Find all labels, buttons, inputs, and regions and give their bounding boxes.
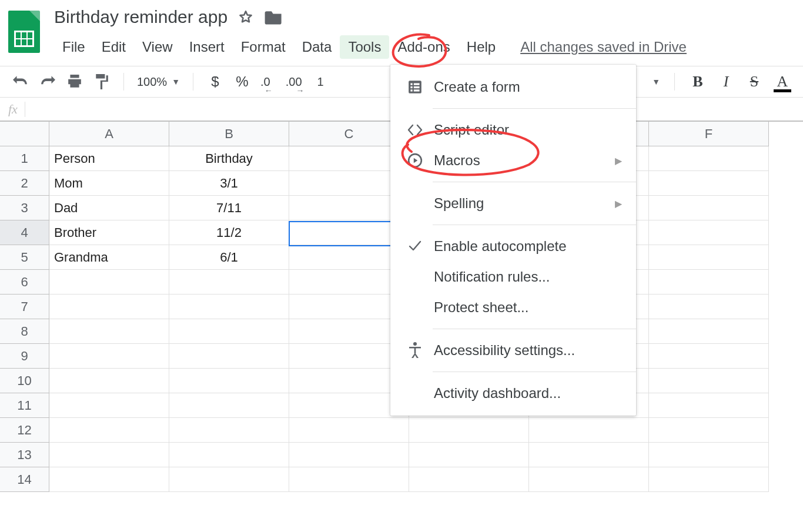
menu-help[interactable]: Help [459,35,504,59]
select-all-corner[interactable] [0,122,49,146]
tools-menu-item-enable-autocomplete[interactable]: Enable autocomplete [390,231,636,262]
undo-icon[interactable] [12,73,29,91]
tools-menu-item-accessibility-settings[interactable]: Accessibility settings... [390,335,636,366]
cell[interactable] [649,418,769,443]
tools-menu-item-script-editor[interactable]: Script editor [390,115,636,145]
redo-icon[interactable] [39,73,56,91]
menu-edit[interactable]: Edit [93,35,134,59]
menu-format[interactable]: Format [233,35,294,59]
strikethrough-button[interactable]: S [745,73,763,91]
row-header[interactable]: 2 [0,171,49,196]
tools-menu-item-create-a-form[interactable]: Create a form [390,72,636,102]
cell[interactable] [649,319,769,344]
cell[interactable] [649,196,769,220]
column-header[interactable]: A [49,122,169,146]
decrease-decimal[interactable]: .0 ← [260,73,270,91]
cell[interactable] [649,270,769,295]
cell[interactable] [649,171,769,196]
cell[interactable] [649,146,769,171]
tools-menu-item-protect-sheet[interactable]: Protect sheet... [390,292,636,323]
cell[interactable] [649,393,769,418]
cell[interactable]: 3/1 [169,171,289,196]
save-status[interactable]: All changes saved in Drive [520,39,687,55]
cell[interactable]: Grandma [49,245,169,270]
row-header[interactable]: 12 [0,418,49,443]
cell[interactable] [49,295,169,319]
cell[interactable] [649,369,769,393]
row-header[interactable]: 11 [0,393,49,418]
tools-menu-item-activity-dashboard[interactable]: Activity dashboard... [390,378,636,409]
cell[interactable] [409,443,529,467]
sheets-logo[interactable] [8,11,40,53]
cell[interactable] [169,270,289,295]
cell[interactable] [49,270,169,295]
increase-decimal[interactable]: .00 → [286,73,302,91]
cell[interactable]: 7/11 [169,196,289,220]
print-icon[interactable] [66,73,83,91]
menu-file[interactable]: File [54,35,93,59]
cell[interactable] [409,467,529,492]
menu-data[interactable]: Data [294,35,340,59]
cell[interactable] [49,319,169,344]
document-title[interactable]: Birthday reminder app [54,7,227,27]
row-header[interactable]: 1 [0,146,49,171]
cell[interactable] [169,467,289,492]
cell[interactable] [289,467,409,492]
cell[interactable] [649,467,769,492]
row-header[interactable]: 14 [0,467,49,492]
cell[interactable]: Mom [49,171,169,196]
star-icon[interactable] [238,9,253,25]
row-header[interactable]: 10 [0,369,49,393]
tools-menu-item-notification-rules[interactable]: Notification rules... [390,262,636,292]
tools-menu-item-macros[interactable]: Macros▶ [390,145,636,176]
cell[interactable] [49,418,169,443]
row-header[interactable]: 7 [0,295,49,319]
cell[interactable] [169,295,289,319]
cell[interactable]: Dad [49,196,169,220]
cell[interactable] [649,220,769,245]
cell[interactable] [409,418,529,443]
tools-menu-item-spelling[interactable]: Spelling▶ [390,188,636,219]
cell[interactable] [649,245,769,270]
row-header[interactable]: 6 [0,270,49,295]
cell[interactable]: 6/1 [169,245,289,270]
format-currency[interactable]: $ [206,73,224,91]
menu-insert[interactable]: Insert [181,35,233,59]
menu-add-ons[interactable]: Add-ons [389,35,458,59]
column-header[interactable]: B [169,122,289,146]
cell[interactable] [649,344,769,369]
row-header[interactable]: 9 [0,344,49,369]
cell[interactable] [49,393,169,418]
cell[interactable] [169,393,289,418]
cell[interactable] [529,443,649,467]
cell[interactable]: 11/2 [169,220,289,245]
chevron-down-icon[interactable]: ▼ [652,77,660,86]
cell[interactable] [169,443,289,467]
cell[interactable] [169,418,289,443]
row-header[interactable]: 13 [0,443,49,467]
paint-format-icon[interactable] [93,73,111,91]
cell[interactable] [169,344,289,369]
cell[interactable] [49,344,169,369]
cell[interactable] [529,418,649,443]
cell[interactable] [49,369,169,393]
cell[interactable]: Brother [49,220,169,245]
zoom-select[interactable]: 100% ▼ [137,75,180,89]
text-color-button[interactable]: A [774,73,791,91]
row-header[interactable]: 4 [0,220,49,245]
cell[interactable] [289,418,409,443]
cell[interactable]: Birthday [169,146,289,171]
cell[interactable] [529,467,649,492]
cell[interactable] [49,443,169,467]
row-header[interactable]: 3 [0,196,49,220]
cell[interactable] [649,295,769,319]
italic-button[interactable]: I [717,73,735,91]
cell[interactable] [649,443,769,467]
folder-icon[interactable] [264,9,284,25]
row-header[interactable]: 8 [0,319,49,344]
cell[interactable]: Person [49,146,169,171]
column-header[interactable]: F [649,122,769,146]
row-header[interactable]: 5 [0,245,49,270]
cell[interactable] [289,443,409,467]
cell[interactable] [169,319,289,344]
